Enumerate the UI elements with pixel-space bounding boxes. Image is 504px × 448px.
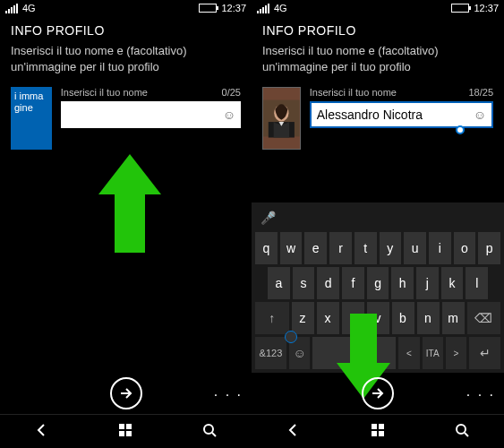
- clock: 12:37: [221, 3, 246, 13]
- key-s[interactable]: s: [293, 267, 315, 299]
- key-n[interactable]: n: [417, 302, 440, 334]
- key-o[interactable]: o: [454, 232, 476, 264]
- keyboard-row-1: q w e r t y u i o p: [255, 232, 500, 264]
- svg-point-5: [204, 425, 213, 434]
- key-i[interactable]: i: [429, 232, 451, 264]
- search-icon[interactable]: [455, 423, 469, 440]
- more-button[interactable]: · · ·: [214, 387, 243, 403]
- key-a[interactable]: a: [268, 267, 290, 299]
- windows-icon[interactable]: [371, 423, 385, 440]
- keyboard-row-2: a s d f g h j k l: [255, 267, 500, 299]
- name-input[interactable]: ☺: [310, 101, 493, 128]
- svg-rect-11: [379, 424, 384, 429]
- page-title: INFO PROFILO: [252, 16, 504, 41]
- key-shift[interactable]: ↑: [255, 302, 289, 334]
- svg-rect-13: [379, 431, 384, 436]
- next-button[interactable]: [362, 377, 394, 409]
- profile-image-avatar[interactable]: [262, 87, 301, 150]
- key-lang-next[interactable]: >: [446, 337, 466, 369]
- cursor-handle-icon[interactable]: [285, 331, 297, 343]
- screenshot-left: 4G 12:37 INFO PROFILO Inserisci il tuo n…: [0, 0, 252, 448]
- key-q[interactable]: q: [255, 232, 278, 264]
- name-counter: 0/25: [222, 87, 241, 98]
- tutorial-arrow: [98, 154, 161, 253]
- name-input-field[interactable]: [66, 108, 223, 122]
- signal-icon: [257, 4, 269, 13]
- key-f[interactable]: f: [342, 267, 364, 299]
- profile-image-tile[interactable]: i immagine: [11, 87, 52, 150]
- key-g[interactable]: g: [367, 267, 389, 299]
- key-t[interactable]: t: [355, 232, 377, 264]
- status-bar: 4G 12:37: [252, 0, 504, 16]
- name-field-label: Inserisci il tuo nome: [61, 87, 148, 98]
- name-input-field[interactable]: [317, 108, 474, 122]
- nav-bar: [0, 414, 252, 448]
- status-bar: 4G 12:37: [0, 0, 252, 16]
- emoji-icon[interactable]: ☺: [223, 108, 235, 122]
- key-z[interactable]: z: [292, 302, 314, 334]
- key-d[interactable]: d: [317, 267, 339, 299]
- svg-rect-12: [372, 431, 377, 436]
- back-icon[interactable]: [35, 423, 49, 440]
- name-input[interactable]: ☺: [61, 101, 241, 128]
- svg-rect-2: [126, 424, 132, 429]
- key-m[interactable]: m: [442, 302, 465, 334]
- search-icon[interactable]: [202, 423, 217, 440]
- instruction-text: Inserisci il tuo nome e (facoltativo) un…: [0, 41, 252, 87]
- key-lang-prev[interactable]: <: [398, 337, 419, 369]
- back-icon[interactable]: [286, 423, 301, 440]
- svg-rect-4: [126, 431, 132, 436]
- key-p[interactable]: p: [478, 232, 500, 264]
- key-k[interactable]: k: [441, 267, 464, 299]
- key-enter[interactable]: ↵: [469, 337, 500, 369]
- text-caret-handle[interactable]: [456, 125, 465, 134]
- emoji-icon[interactable]: ☺: [474, 108, 486, 122]
- clock: 12:37: [474, 3, 499, 13]
- keyboard: 🎤 q w e r t y u i o p a s d f g h j k l …: [252, 202, 504, 373]
- key-e[interactable]: e: [304, 232, 327, 264]
- key-y[interactable]: y: [380, 232, 402, 264]
- svg-point-14: [457, 425, 466, 434]
- svg-rect-3: [119, 431, 124, 436]
- key-x[interactable]: x: [317, 302, 339, 334]
- signal-icon: [5, 4, 18, 13]
- mic-icon[interactable]: 🎤: [261, 211, 276, 225]
- battery-icon: [451, 4, 469, 13]
- key-w[interactable]: w: [280, 232, 303, 264]
- name-field-label: Inserisci il tuo nome: [310, 87, 397, 98]
- key-r[interactable]: r: [329, 232, 352, 264]
- key-b[interactable]: b: [392, 302, 414, 334]
- tile-text: i immagine: [14, 90, 48, 114]
- key-l[interactable]: l: [466, 267, 488, 299]
- key-j[interactable]: j: [416, 267, 439, 299]
- svg-rect-1: [119, 424, 124, 429]
- windows-icon[interactable]: [118, 423, 132, 440]
- battery-icon: [199, 4, 217, 13]
- key-v[interactable]: v: [367, 302, 389, 334]
- key-backspace[interactable]: ⌫: [467, 302, 501, 334]
- svg-rect-10: [372, 424, 377, 429]
- key-numbers[interactable]: &123: [255, 337, 286, 369]
- key-lang[interactable]: ITA: [423, 337, 443, 369]
- more-button[interactable]: · · ·: [466, 387, 495, 403]
- nav-bar: [252, 414, 504, 448]
- network-label: 4G: [274, 3, 287, 13]
- keyboard-row-4: &123 ☺ < ITA > ↵: [255, 337, 500, 369]
- instruction-text: Inserisci il tuo nome e (facoltativo) un…: [252, 41, 504, 87]
- page-title: INFO PROFILO: [0, 16, 252, 41]
- key-h[interactable]: h: [391, 267, 414, 299]
- network-label: 4G: [22, 3, 36, 13]
- next-button[interactable]: [110, 377, 142, 409]
- keyboard-row-3: ↑ z x c v b n m ⌫: [255, 302, 500, 334]
- key-u[interactable]: u: [404, 232, 426, 264]
- key-c[interactable]: c: [342, 302, 364, 334]
- key-space[interactable]: [312, 337, 396, 369]
- screenshot-right: 4G 12:37 INFO PROFILO Inserisci il tuo n…: [252, 0, 504, 448]
- name-counter: 18/25: [468, 87, 493, 98]
- svg-marker-0: [98, 154, 161, 253]
